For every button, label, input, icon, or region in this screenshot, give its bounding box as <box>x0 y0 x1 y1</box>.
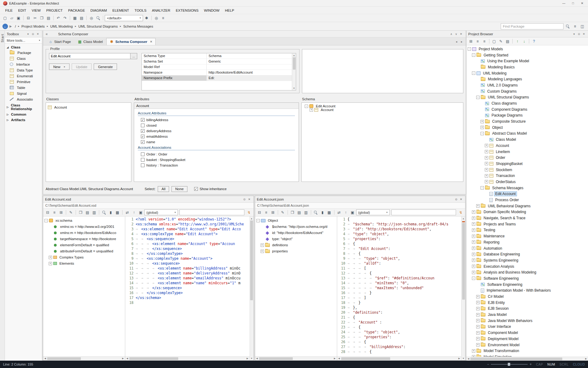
code-line[interactable]: 21→{ <box>337 315 462 320</box>
project-node-database-engineering[interactable]: +Database Engineering <box>466 251 588 257</box>
pin-icon[interactable]: ⊙ <box>577 32 581 36</box>
expand-box-icon[interactable]: + <box>485 156 488 159</box>
scrollbar-thumb[interactable] <box>129 357 178 360</box>
chevron-down-icon[interactable]: ▾ <box>572 32 576 36</box>
project-node-model-simulation[interactable]: +Model Simulation <box>466 354 588 357</box>
breadcrumb-root[interactable]: / <box>14 25 17 28</box>
project-node-java-model-with-behaviors[interactable]: +Java Model With Behaviors <box>466 318 588 324</box>
code-line[interactable]: 7→→→</xs:sequence> <box>125 246 250 251</box>
tool-data-type[interactable]: Data Type <box>5 67 42 73</box>
json-node-object[interactable]: -Object <box>255 217 337 224</box>
document-icon[interactable]: ▢ <box>491 38 497 44</box>
search-icon[interactable] <box>564 23 571 29</box>
scroll-right-icon[interactable]: ▶ <box>121 357 125 360</box>
breadcrumb-uml-structural-diagrams[interactable]: UML Structural Diagrams <box>78 25 119 28</box>
expand-box-icon[interactable]: + <box>485 180 488 183</box>
collapse-box-icon[interactable]: - <box>481 132 484 135</box>
zoom-icon[interactable]: ◎ <box>88 15 95 21</box>
expand-box-icon[interactable]: + <box>476 301 480 304</box>
code-line[interactable]: 26→→→{ <box>337 339 462 344</box>
expand-box-icon[interactable]: + <box>476 319 480 322</box>
code-line[interactable]: 19→}, <box>337 305 462 310</box>
attribute-row-order-order[interactable]: Order : Order <box>138 151 295 157</box>
highlight-icon[interactable]: ▩ <box>326 209 333 216</box>
menu-help[interactable]: HELP <box>222 8 237 13</box>
tab-schema-composer[interactable]: ✱Schema Composer✕ <box>106 38 156 45</box>
zoom-in-icon[interactable]: + <box>530 362 532 366</box>
update-button[interactable]: Update <box>72 63 92 70</box>
toolbox-section-common[interactable]: ▷Common <box>5 111 42 117</box>
select-none-button[interactable]: None <box>172 186 187 192</box>
tool-package[interactable]: Package <box>5 50 42 56</box>
menu-edit[interactable]: EDIT <box>15 8 29 13</box>
find-package-input[interactable] <box>501 23 564 29</box>
layers-icon[interactable]: ≡ <box>160 15 166 21</box>
project-node-class-diagrams[interactable]: Class diagrams <box>466 100 588 106</box>
project-node-model-transformation[interactable]: +Model Transformation <box>466 348 588 354</box>
code-line[interactable]: 2<xs:schema xmlns:xs="http://www.w3.org/… <box>125 222 250 227</box>
tool-enumerati[interactable]: Enumerati <box>5 73 42 79</box>
code-line[interactable]: 15→→→→→"maxItems": "unbounded" <box>337 286 462 290</box>
redo-icon[interactable]: ↷ <box>62 15 68 21</box>
menu-file[interactable]: FILE <box>2 8 15 13</box>
project-node-orderstatus[interactable]: +OrderStatus <box>466 179 588 185</box>
attribute-checkbox[interactable] <box>141 135 145 138</box>
project-node-ejb-session[interactable]: +EJB Session <box>466 306 588 312</box>
show-inheritance-control[interactable]: Show inheritance <box>194 187 227 191</box>
expand-box-icon[interactable]: + <box>472 349 475 353</box>
menu-project[interactable]: PROJECT <box>43 8 66 13</box>
new-button[interactable]: New▸ <box>49 63 70 70</box>
code-line[interactable]: 15→→→</xs:sequence> <box>125 286 250 290</box>
menu-extensions[interactable]: EXTENSIONS <box>173 8 201 13</box>
breadcrumb-schema-messages[interactable]: Schema Messages <box>123 25 154 28</box>
property-row-namespace-prefix[interactable]: Namespace PrefixEdi: <box>142 75 292 81</box>
template-icon[interactable]: ▥ <box>91 209 97 216</box>
zoom-slider[interactable] <box>491 364 528 365</box>
expand-box-icon[interactable]: + <box>472 253 475 256</box>
bookmark-icon[interactable]: ▮ <box>107 209 114 216</box>
xsd-context-input[interactable] <box>179 209 244 215</box>
attribute-checkbox[interactable] <box>141 124 145 127</box>
save-icon[interactable]: ▣ <box>349 209 356 216</box>
property-row-schema-type[interactable]: Schema TypeSchema <box>142 53 292 59</box>
expand-box-icon[interactable]: + <box>476 325 480 328</box>
json-node-properties[interactable]: +properties <box>255 248 337 254</box>
zoom-slider-thumb[interactable] <box>508 363 510 366</box>
menu-view[interactable]: VIEW <box>29 8 43 13</box>
pin-icon[interactable]: ⊙ <box>242 197 247 201</box>
collapse-box-icon[interactable]: - <box>476 96 480 99</box>
code-line[interactable]: 13→→→→<xs:element name="emailAddress" mi… <box>125 276 250 281</box>
edit-icon[interactable]: ✎ <box>498 38 504 44</box>
code-line[interactable]: 20→"definitions": <box>337 310 462 315</box>
back-button[interactable]: ← <box>2 24 8 29</box>
more-tools-dropdown[interactable]: More tools... ▾ <box>5 37 42 44</box>
schema-node-account[interactable]: +Account <box>303 108 462 112</box>
tree-view-icon[interactable]: ⊟ <box>256 209 263 216</box>
save-icon[interactable]: ▣ <box>15 15 22 21</box>
project-node-modeling-basics[interactable]: Modeling Basics <box>466 64 588 70</box>
find-icon[interactable] <box>313 209 319 216</box>
expand-box-icon[interactable]: + <box>472 228 475 232</box>
project-node-component-diagrams[interactable]: Component Diagrams <box>466 106 588 113</box>
code-line[interactable]: 14→→→→<xs:element name="name" minOccurs=… <box>125 281 250 286</box>
code-line[interactable]: 2→"$schema": "http://json-schema.org/dra… <box>337 222 462 227</box>
paste-icon[interactable]: ▤ <box>45 15 52 21</box>
tab-class-model[interactable]: ▦Class Model <box>74 38 106 45</box>
scroll-down-icon[interactable]: ▼ <box>462 356 465 360</box>
scroll-up-icon[interactable]: ▲ <box>250 217 254 220</box>
expand-box-icon[interactable]: + <box>49 262 52 265</box>
xsd-node-targetnamespace-http-bookstore[interactable]: targetNamespace = http://bookstore <box>43 236 125 242</box>
project-node-project-models[interactable]: -Project Models <box>466 46 588 52</box>
collapse-box-icon[interactable]: - <box>256 219 260 222</box>
code-line[interactable]: 5→→<xs:sequence> <box>125 236 250 241</box>
project-node-environment-model[interactable]: +Environment Model <box>466 342 588 348</box>
code-line[interactable]: 10→→→"allOf": <box>337 261 462 266</box>
json-node-id-http-bookstore-editaccount[interactable]: id: "http://bookstore/EditAccount" <box>255 230 337 236</box>
expand-box-icon[interactable]: + <box>261 250 264 253</box>
project-node-navigate-search-trace[interactable]: +Navigate, Search & Trace <box>466 215 588 221</box>
project-node-schema-messages[interactable]: -Schema Messages <box>466 185 588 191</box>
code-line[interactable]: 6→→→<xs:element name="Account" type="Acc… <box>125 241 250 246</box>
project-node-abstract-class-model[interactable]: -Abstract Class Model <box>466 131 588 137</box>
json-code-hscrollbar[interactable]: ◀ ▶ <box>337 356 462 360</box>
collapse-box-icon[interactable]: - <box>472 277 475 280</box>
